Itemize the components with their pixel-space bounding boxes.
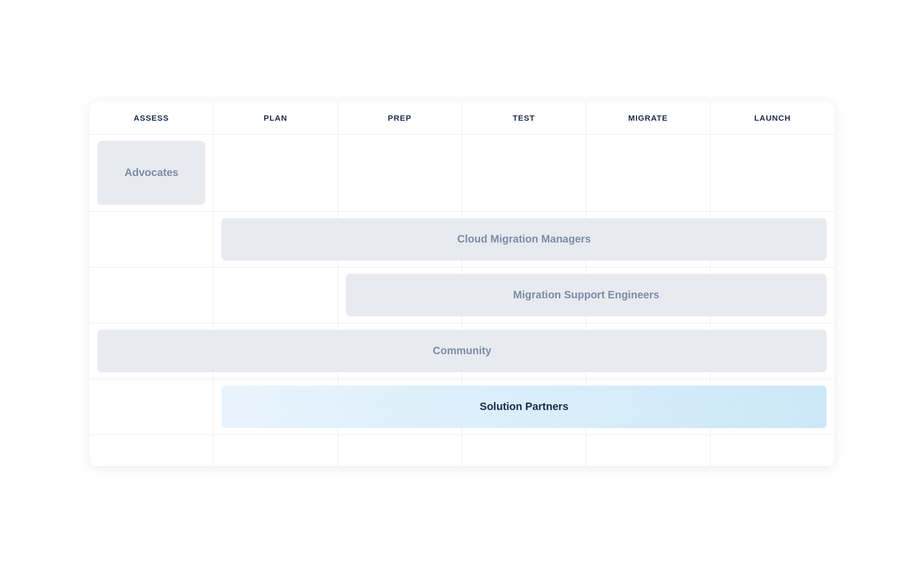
swimlane-engineers: Migration Support Engineers <box>89 268 835 323</box>
card-community-label: Community <box>433 345 491 357</box>
card-engineers-label: Migration Support Engineers <box>513 289 659 301</box>
card-engineers: Migration Support Engineers <box>346 274 827 316</box>
header-plan: PLAN <box>213 102 337 134</box>
swimlane-chart: ASSESS PLAN PREP TEST MIGRATE LAUNCH Adv… <box>89 102 835 467</box>
header-migrate: MIGRATE <box>586 102 710 134</box>
card-cloud-label: Cloud Migration Managers <box>457 233 591 245</box>
card-advocates-label: Advocates <box>125 166 178 179</box>
swimlane-community: Community <box>89 323 835 379</box>
header-row: ASSESS PLAN PREP TEST MIGRATE LAUNCH <box>89 102 835 135</box>
swimlane-solution: Solution Partners <box>89 379 835 435</box>
card-community: Community <box>97 330 827 372</box>
swimlane-cloud: Cloud Migration Managers <box>89 212 835 268</box>
header-test: TEST <box>462 102 586 134</box>
card-solution-partners: Solution Partners <box>221 386 827 428</box>
card-advocates: Advocates <box>97 141 205 205</box>
header-launch: LAUNCH <box>711 102 835 134</box>
card-cloud-migration: Cloud Migration Managers <box>221 218 827 261</box>
swimlane-advocates: Advocates <box>89 135 835 212</box>
card-solution-label: Solution Partners <box>480 400 568 413</box>
header-assess: ASSESS <box>89 102 213 134</box>
header-prep: PREP <box>338 102 462 134</box>
bottom-row <box>89 435 835 467</box>
